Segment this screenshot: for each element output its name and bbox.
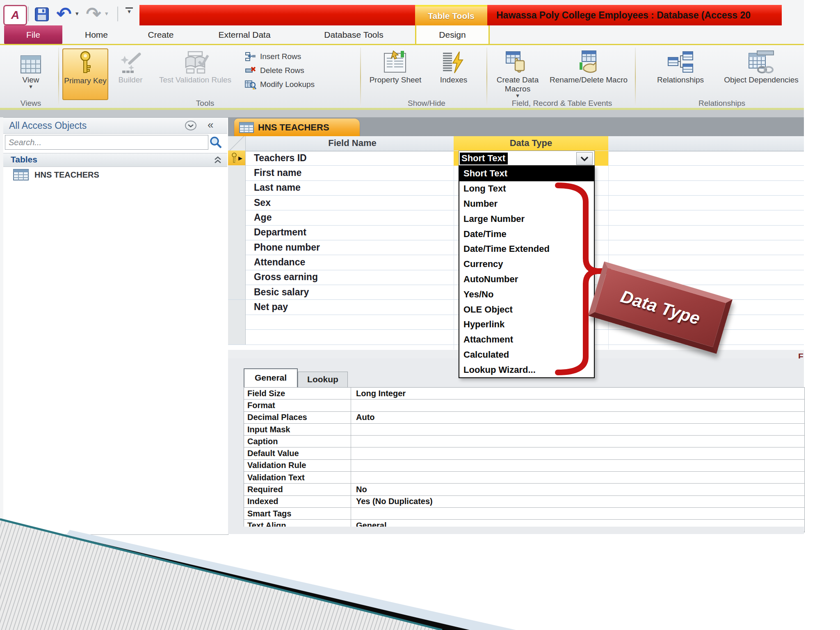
property-value[interactable]: Yes (No Duplicates)	[351, 496, 804, 507]
shutter-bar-close-icon[interactable]: «	[208, 119, 213, 131]
nav-item-hns-teachers[interactable]: HNS TEACHERS	[3, 168, 227, 182]
tab-database-tools[interactable]: Database Tools	[312, 25, 396, 44]
property-label: Field Size	[244, 388, 351, 399]
property-sheet-button[interactable]: Property Sheet	[368, 48, 423, 98]
relationships-button[interactable]: Relationships	[642, 48, 719, 98]
field-name[interactable]: Last name	[246, 180, 301, 195]
document-tab-label: HNS TEACHERS	[258, 122, 329, 133]
group-label-show-hide: Show/Hide	[377, 99, 476, 108]
row-selector[interactable]	[228, 329, 246, 344]
insert-rows-button[interactable]: Insert Rows	[244, 50, 351, 63]
primary-key-row-selector[interactable]: ▶	[228, 151, 246, 165]
row-selector[interactable]	[228, 300, 246, 315]
indexes-button[interactable]: Indexes	[426, 48, 482, 98]
property-value[interactable]	[351, 508, 804, 519]
view-button[interactable]: View ▾	[10, 48, 51, 98]
property-row[interactable]: Indexed Yes (No Duplicates)	[244, 496, 804, 508]
field-name[interactable]	[246, 329, 254, 344]
row-selector[interactable]	[228, 270, 246, 285]
row-selector[interactable]	[228, 195, 246, 210]
search-input[interactable]: Search...	[5, 135, 208, 150]
property-value[interactable]: Long Integer	[351, 388, 804, 399]
property-value[interactable]	[351, 447, 804, 459]
redo-caret-icon: ▾	[105, 11, 108, 16]
property-value[interactable]	[351, 436, 804, 447]
builder-icon	[119, 48, 142, 74]
tab-home[interactable]: Home	[80, 25, 113, 44]
row-selector[interactable]	[228, 225, 246, 240]
row-selector[interactable]	[228, 315, 246, 329]
save-icon[interactable]	[33, 6, 51, 23]
combo-dropdown-button[interactable]	[576, 152, 593, 165]
create-data-macros-button[interactable]: Create Data Macros ▾	[491, 48, 544, 98]
row-selector[interactable]	[228, 165, 246, 180]
table-tools-contextual-tab-header: Table Tools	[415, 5, 487, 25]
object-dependencies-button[interactable]: Object Dependencies	[720, 48, 802, 98]
field-name[interactable]: Gross earning	[246, 270, 318, 285]
field-name[interactable]: Department	[246, 225, 306, 240]
nav-menu-icon[interactable]	[185, 120, 197, 131]
property-row[interactable]: Caption	[244, 436, 804, 447]
table-icon	[13, 169, 29, 180]
tab-file[interactable]: File	[4, 25, 62, 44]
property-row[interactable]: Default Value	[244, 447, 804, 459]
nav-search-row: Search...	[3, 134, 227, 151]
property-row[interactable]: Validation Rule	[244, 460, 804, 472]
test-validation-rules-icon	[181, 48, 210, 74]
property-label: Format	[244, 399, 351, 411]
collapse-section-icon[interactable]	[213, 155, 222, 164]
nav-section-tables[interactable]: Tables	[3, 153, 227, 167]
undo-icon[interactable]: ↶	[54, 4, 74, 24]
nav-pane-title: All Access Objects	[9, 118, 87, 133]
field-name[interactable]: Age	[246, 210, 272, 225]
row-selector[interactable]	[228, 285, 246, 299]
field-name[interactable]: Attendance	[246, 255, 305, 269]
undo-caret-icon[interactable]: ▾	[75, 11, 79, 16]
property-value[interactable]	[351, 472, 804, 483]
property-tab-general[interactable]: General	[244, 368, 298, 387]
datatype-combo-value: Short Text	[460, 153, 508, 164]
row-selector[interactable]	[228, 180, 246, 195]
rename-delete-macro-button[interactable]: Rename/Delete Macro	[546, 48, 632, 98]
property-value[interactable]: Auto	[351, 412, 804, 423]
field-name[interactable]: Phone number	[246, 240, 320, 255]
property-row[interactable]: Decimal Places Auto	[244, 412, 804, 424]
property-value[interactable]	[351, 424, 804, 435]
row-selector[interactable]	[228, 255, 246, 269]
property-row[interactable]: Format	[244, 399, 804, 411]
document-tab-hns-teachers[interactable]: HNS TEACHERS	[234, 118, 360, 137]
property-value[interactable]: No	[351, 484, 804, 495]
property-tab-lookup[interactable]: Lookup	[298, 372, 348, 388]
delete-rows-icon	[244, 65, 257, 76]
property-value[interactable]	[351, 460, 804, 471]
property-row[interactable]: Input Mask	[244, 424, 804, 436]
nav-section-label: Tables	[11, 153, 37, 166]
field-name[interactable]	[246, 315, 254, 329]
modify-lookups-icon	[244, 79, 257, 90]
property-row[interactable]: Required No	[244, 484, 804, 495]
field-name[interactable]: Net pay	[246, 300, 288, 315]
rename-delete-macro-label: Rename/Delete Macro	[550, 75, 628, 84]
nav-pane-header[interactable]: All Access Objects «	[3, 118, 227, 134]
modify-lookups-button[interactable]: Modify Lookups	[244, 78, 351, 91]
datatype-combo[interactable]: Short Text	[459, 151, 595, 166]
qat-customize-icon[interactable]: ▾	[123, 7, 135, 14]
primary-key-button[interactable]: Primary Key	[62, 48, 108, 100]
tab-design[interactable]: Design	[415, 25, 490, 44]
field-name[interactable]: Besic salary	[246, 285, 309, 299]
title-bar: Hawassa Poly College Employees : Databas…	[487, 5, 782, 25]
field-name[interactable]: Sex	[246, 195, 271, 210]
field-name[interactable]: Teachers ID	[246, 151, 307, 165]
delete-rows-button[interactable]: Delete Rows	[244, 64, 351, 77]
search-icon[interactable]	[209, 136, 222, 149]
row-selector[interactable]	[228, 210, 246, 225]
field-name[interactable]: First name	[246, 165, 301, 180]
tab-external-data[interactable]: External Data	[207, 25, 282, 44]
tab-create[interactable]: Create	[144, 25, 178, 44]
modify-lookups-label: Modify Lookups	[260, 80, 315, 89]
row-selector[interactable]	[228, 240, 246, 255]
property-row[interactable]: Smart Tags	[244, 508, 804, 520]
property-row[interactable]: Validation Text	[244, 472, 804, 484]
property-value[interactable]	[351, 399, 804, 411]
property-row[interactable]: Field Size Long Integer	[244, 388, 804, 399]
